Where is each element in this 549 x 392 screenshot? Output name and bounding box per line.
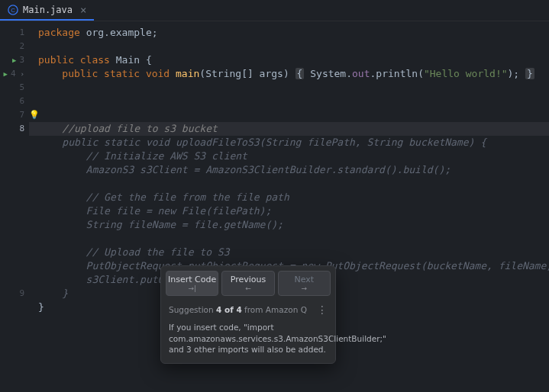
suggestion-line <box>29 232 549 246</box>
tab-bar: C Main.java × <box>0 0 549 21</box>
run-icon[interactable]: ▶ <box>12 53 16 67</box>
gutter: 1 2 ▶3 ▶4› 5 6 7💡 8 9 <box>0 21 29 392</box>
suggestion-line: // Initialize AWS S3 client <box>29 149 549 163</box>
run-icon[interactable]: ▶ <box>4 67 8 81</box>
close-icon[interactable]: × <box>80 4 86 16</box>
java-class-icon: C <box>8 5 18 15</box>
line-number: 9 <box>19 287 24 300</box>
chevron-right-icon[interactable]: › <box>21 67 24 81</box>
suggestion-line <box>29 177 549 191</box>
insert-code-button[interactable]: Insert Code→| <box>166 271 218 296</box>
suggestion-line: String fileName = file.getName(); <box>29 218 549 232</box>
code-line: package org.example; <box>29 26 549 40</box>
previous-button[interactable]: Previous← <box>221 271 274 296</box>
line-number: 4 <box>11 67 16 81</box>
code-line <box>29 81 549 95</box>
svg-text:C: C <box>11 7 15 14</box>
line-number: 1 <box>19 26 24 40</box>
code-line-current: //upload file to s3 bucket <box>29 122 549 136</box>
line-number: 7 <box>19 108 24 122</box>
line-number: 8 <box>19 122 24 136</box>
line-number: 6 <box>19 95 24 108</box>
suggestion-line: public static void uploadFileToS3(String… <box>29 136 549 149</box>
popup-buttons: Insert Code→| Previous← Next→ <box>161 266 335 300</box>
next-button[interactable]: Next→ <box>278 271 331 296</box>
suggestion-line: File file = new File(filePath); <box>29 204 549 218</box>
suggestion-line: // Upload the file to S3 <box>29 246 549 259</box>
line-number: 5 <box>19 81 24 95</box>
kebab-icon[interactable]: ⋮ <box>317 304 328 316</box>
code-line <box>29 108 549 122</box>
tab-label: Main.java <box>23 5 73 15</box>
code-line <box>29 40 549 53</box>
code-line <box>29 95 549 108</box>
popup-body: If you insert code, "import com.amazonaw… <box>161 319 335 363</box>
code-line: public class Main { <box>29 53 549 67</box>
popup-meta: Suggestion 4 of 4 from Amazon Q ⋮ <box>161 300 335 319</box>
code-line: public static void main(String[] args) {… <box>29 67 549 81</box>
line-number: 2 <box>19 40 24 53</box>
suggestion-line: // Get the file from the file path <box>29 191 549 204</box>
suggestion-line: AmazonS3 s3Client = AmazonS3ClientBuilde… <box>29 163 549 177</box>
suggestion-popup: Insert Code→| Previous← Next→ Suggestion… <box>160 265 336 364</box>
file-tab[interactable]: C Main.java × <box>0 0 94 21</box>
line-number: 3 <box>19 53 24 67</box>
